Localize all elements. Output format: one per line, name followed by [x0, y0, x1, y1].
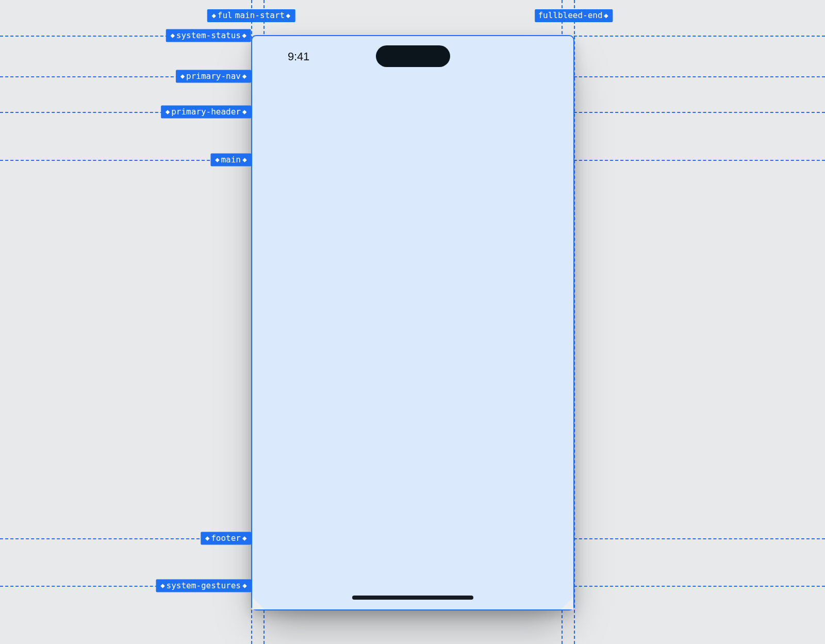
label-primary-header[interactable]: primary-header — [161, 106, 251, 119]
diamond-icon — [242, 74, 246, 78]
label-text: system-status — [176, 30, 241, 40]
label-footer[interactable]: footer — [201, 532, 251, 545]
label-text: primary-header — [171, 107, 241, 117]
diamond-icon — [242, 584, 246, 588]
diamond-icon — [212, 13, 216, 18]
diamond-icon — [604, 13, 608, 18]
device-corner-br — [561, 597, 573, 609]
home-indicator — [352, 596, 473, 600]
design-canvas: 9:41 fullbleed-start main-start main-end… — [0, 0, 825, 644]
device-frame — [251, 35, 574, 610]
diamond-icon — [286, 13, 290, 18]
label-main[interactable]: main — [210, 154, 251, 167]
diamond-icon — [205, 536, 209, 540]
label-text: main-start — [235, 10, 285, 20]
diamond-icon — [242, 536, 246, 540]
label-system-status[interactable]: system-status — [166, 29, 251, 42]
label-system-gestures[interactable]: system-gestures — [156, 580, 252, 592]
diamond-icon — [160, 584, 164, 588]
label-text: footer — [211, 533, 241, 543]
device-corner-bl — [252, 597, 265, 609]
diamond-icon — [166, 110, 170, 114]
diamond-icon — [171, 34, 175, 38]
diamond-icon — [242, 34, 246, 38]
label-fullbleed-end[interactable]: fullbleed-end — [535, 9, 613, 22]
diamond-icon — [242, 110, 246, 114]
label-main-start[interactable]: main-start — [232, 9, 295, 22]
label-text: primary-nav — [186, 71, 241, 81]
label-text: system-gestures — [167, 581, 241, 590]
label-text: main — [221, 155, 241, 164]
label-primary-nav[interactable]: primary-nav — [176, 70, 251, 83]
label-text: fullbleed-end — [538, 10, 602, 20]
diamond-icon — [180, 74, 185, 78]
status-bar-time: 9:41 — [288, 50, 309, 63]
dynamic-island — [376, 45, 450, 67]
diamond-icon — [215, 158, 219, 162]
diamond-icon — [242, 158, 246, 162]
